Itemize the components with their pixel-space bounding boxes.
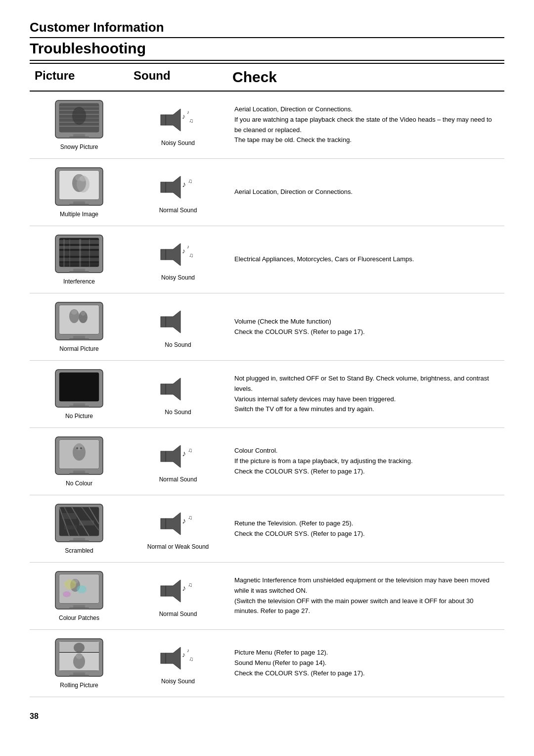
svg-rect-91 — [64, 525, 77, 529]
sound-cell: No Sound — [129, 304, 227, 350]
sound-label: Normal Sound — [159, 476, 197, 483]
svg-marker-108 — [166, 580, 180, 602]
check-cell: Picture Menu (Refer to page 12). Sound M… — [227, 645, 504, 681]
svg-text:♫: ♫ — [188, 447, 192, 454]
check-cell: Retune the Television. (Refer to page 25… — [227, 516, 504, 542]
table-row: Colour Patches ♪ ♫ Normal Sound Magnetic… — [30, 563, 504, 630]
picture-label: Interference — [63, 278, 95, 285]
svg-text:♪: ♪ — [182, 180, 186, 189]
svg-rect-26 — [69, 204, 89, 205]
svg-point-54 — [71, 310, 77, 315]
sound-label: Normal Sound — [159, 611, 197, 617]
sound-cell: ♪ ♫ Normal or Weak Sound — [129, 506, 227, 552]
picture-cell: Multiple Image — [30, 165, 129, 220]
svg-rect-122 — [69, 675, 89, 676]
svg-point-72 — [75, 443, 83, 450]
picture-column-header: Picture — [30, 67, 129, 88]
svg-text:♫: ♫ — [188, 581, 192, 588]
check-cell: Not plugged in, switched OFF or Set to S… — [227, 371, 504, 418]
sound-cell: No Sound — [129, 371, 227, 418]
svg-rect-107 — [69, 608, 89, 609]
picture-cell: Scrambled — [30, 501, 129, 556]
check-cell: Colour Control.If the picture is from a … — [227, 443, 504, 479]
tv-icon — [54, 234, 104, 276]
page-number: 38 — [30, 712, 504, 721]
customer-info-header: Customer Information — [30, 20, 504, 35]
tv-icon — [54, 369, 104, 411]
svg-rect-65 — [69, 406, 89, 407]
svg-rect-78 — [161, 451, 166, 462]
sound-cell: ♪ ♪ ♫ Noisy Sound — [129, 236, 227, 283]
picture-cell: No Picture — [30, 367, 129, 422]
svg-point-105 — [63, 591, 71, 597]
svg-rect-42 — [89, 239, 90, 267]
speaker-icon — [158, 373, 198, 407]
check-cell: Magnetic Interference from unshielded eq… — [227, 572, 504, 619]
svg-rect-124 — [161, 653, 166, 663]
picture-label: Scrambled — [65, 547, 93, 554]
check-cell: Aerial Location, Direction or Connection… — [227, 101, 504, 148]
svg-text:♪: ♪ — [187, 244, 189, 249]
table-row: No Colour ♪ ♫ Normal Sound Colour Contro… — [30, 428, 504, 495]
svg-text:♪: ♪ — [182, 247, 185, 255]
tv-icon — [54, 301, 104, 343]
speaker-icon: ♪ ♫ — [158, 508, 198, 541]
picture-cell: Snowy Picture — [30, 97, 129, 152]
sound-cell: ♪ ♫ Normal Sound — [129, 438, 227, 485]
svg-point-10 — [75, 107, 83, 114]
tv-icon — [54, 167, 104, 209]
sound-column-header: Sound — [129, 67, 227, 88]
svg-point-116 — [74, 643, 85, 653]
table-row: Multiple Image ♪ ♫ Normal Sound Aerial L… — [30, 159, 504, 226]
picture-label: Multiple Image — [60, 211, 98, 218]
sound-cell: ♪ ♪ ♫ Noisy Sound — [129, 102, 227, 148]
sound-label: Noisy Sound — [161, 140, 195, 146]
speaker-icon: ♪ ♪ ♫ — [158, 104, 198, 138]
svg-point-24 — [80, 176, 87, 182]
sound-label: No Sound — [165, 341, 191, 348]
table-row: Interference ♪ ♪ ♫ Noisy Sound Electrica… — [30, 226, 504, 293]
svg-text:♪: ♪ — [187, 648, 189, 653]
header-divider — [30, 37, 504, 38]
sound-label: No Sound — [165, 409, 191, 416]
title-divider — [30, 60, 504, 61]
speaker-icon: ♪ ♫ — [158, 171, 198, 205]
table-body: Snowy Picture ♪ ♪ ♫ Noisy Sound Aerial L… — [30, 92, 504, 697]
picture-label: Normal Picture — [59, 345, 98, 352]
svg-rect-109 — [161, 586, 166, 596]
svg-rect-60 — [161, 317, 166, 327]
svg-rect-28 — [161, 182, 166, 192]
svg-rect-90 — [79, 520, 94, 525]
speaker-icon: ♪ ♪ ♫ — [158, 238, 198, 272]
svg-point-73 — [76, 447, 78, 449]
svg-rect-46 — [161, 249, 166, 260]
svg-text:♪: ♪ — [182, 584, 186, 592]
table-header: Picture Sound Check — [30, 63, 504, 92]
svg-marker-77 — [166, 445, 180, 468]
picture-label: Rolling Picture — [60, 682, 98, 689]
svg-text:♫: ♫ — [188, 178, 192, 185]
picture-label: No Picture — [65, 413, 93, 420]
svg-point-103 — [64, 579, 76, 589]
svg-marker-27 — [166, 176, 180, 198]
svg-text:♪: ♪ — [187, 109, 189, 115]
svg-rect-93 — [69, 540, 89, 542]
svg-marker-94 — [166, 513, 180, 535]
svg-text:♫: ♫ — [188, 514, 192, 521]
svg-text:♫: ♫ — [189, 656, 193, 662]
picture-cell: Normal Picture — [30, 299, 129, 354]
svg-rect-14 — [161, 115, 166, 125]
sound-cell: ♪ ♪ ♫ Noisy Sound — [129, 640, 227, 687]
table-row: Scrambled ♪ ♫ Normal or Weak Sound Retun… — [30, 495, 504, 563]
picture-cell: Colour Patches — [30, 568, 129, 623]
svg-rect-76 — [69, 473, 89, 474]
tv-icon — [54, 436, 104, 478]
picture-cell: Interference — [30, 232, 129, 287]
svg-point-104 — [77, 585, 87, 593]
tv-icon — [54, 503, 104, 545]
tv-icon — [54, 99, 104, 142]
table-row: Snowy Picture ♪ ♪ ♫ Noisy Sound Aerial L… — [30, 92, 504, 159]
svg-text:♪: ♪ — [182, 651, 185, 659]
speaker-icon — [158, 306, 198, 339]
picture-label: No Colour — [66, 480, 92, 487]
